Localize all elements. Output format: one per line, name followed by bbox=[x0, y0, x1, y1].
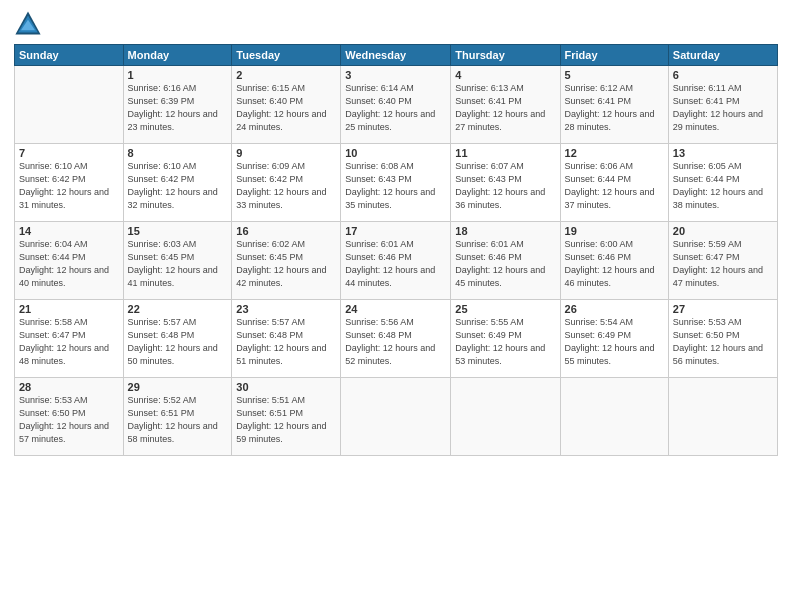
day-cell: 11Sunrise: 6:07 AM Sunset: 6:43 PM Dayli… bbox=[451, 144, 560, 222]
day-number: 15 bbox=[128, 225, 228, 237]
day-info: Sunrise: 5:55 AM Sunset: 6:49 PM Dayligh… bbox=[455, 316, 555, 368]
day-number: 23 bbox=[236, 303, 336, 315]
day-number: 4 bbox=[455, 69, 555, 81]
day-cell: 7Sunrise: 6:10 AM Sunset: 6:42 PM Daylig… bbox=[15, 144, 124, 222]
column-header-thursday: Thursday bbox=[451, 45, 560, 66]
column-header-sunday: Sunday bbox=[15, 45, 124, 66]
day-number: 2 bbox=[236, 69, 336, 81]
day-number: 20 bbox=[673, 225, 773, 237]
day-cell bbox=[15, 66, 124, 144]
week-row-2: 7Sunrise: 6:10 AM Sunset: 6:42 PM Daylig… bbox=[15, 144, 778, 222]
day-cell: 24Sunrise: 5:56 AM Sunset: 6:48 PM Dayli… bbox=[341, 300, 451, 378]
day-info: Sunrise: 6:04 AM Sunset: 6:44 PM Dayligh… bbox=[19, 238, 119, 290]
day-cell: 18Sunrise: 6:01 AM Sunset: 6:46 PM Dayli… bbox=[451, 222, 560, 300]
logo-icon bbox=[14, 10, 42, 38]
day-info: Sunrise: 6:03 AM Sunset: 6:45 PM Dayligh… bbox=[128, 238, 228, 290]
day-cell: 6Sunrise: 6:11 AM Sunset: 6:41 PM Daylig… bbox=[668, 66, 777, 144]
day-number: 16 bbox=[236, 225, 336, 237]
day-cell bbox=[668, 378, 777, 456]
day-info: Sunrise: 6:11 AM Sunset: 6:41 PM Dayligh… bbox=[673, 82, 773, 134]
day-number: 9 bbox=[236, 147, 336, 159]
day-info: Sunrise: 6:09 AM Sunset: 6:42 PM Dayligh… bbox=[236, 160, 336, 212]
day-number: 25 bbox=[455, 303, 555, 315]
day-cell: 29Sunrise: 5:52 AM Sunset: 6:51 PM Dayli… bbox=[123, 378, 232, 456]
calendar-header-row: SundayMondayTuesdayWednesdayThursdayFrid… bbox=[15, 45, 778, 66]
day-info: Sunrise: 6:01 AM Sunset: 6:46 PM Dayligh… bbox=[455, 238, 555, 290]
day-number: 3 bbox=[345, 69, 446, 81]
day-number: 6 bbox=[673, 69, 773, 81]
day-cell bbox=[451, 378, 560, 456]
day-cell: 15Sunrise: 6:03 AM Sunset: 6:45 PM Dayli… bbox=[123, 222, 232, 300]
day-cell: 17Sunrise: 6:01 AM Sunset: 6:46 PM Dayli… bbox=[341, 222, 451, 300]
day-cell: 20Sunrise: 5:59 AM Sunset: 6:47 PM Dayli… bbox=[668, 222, 777, 300]
day-info: Sunrise: 6:07 AM Sunset: 6:43 PM Dayligh… bbox=[455, 160, 555, 212]
column-header-monday: Monday bbox=[123, 45, 232, 66]
day-info: Sunrise: 6:16 AM Sunset: 6:39 PM Dayligh… bbox=[128, 82, 228, 134]
day-info: Sunrise: 5:51 AM Sunset: 6:51 PM Dayligh… bbox=[236, 394, 336, 446]
day-cell: 13Sunrise: 6:05 AM Sunset: 6:44 PM Dayli… bbox=[668, 144, 777, 222]
day-cell: 30Sunrise: 5:51 AM Sunset: 6:51 PM Dayli… bbox=[232, 378, 341, 456]
day-number: 27 bbox=[673, 303, 773, 315]
day-cell: 10Sunrise: 6:08 AM Sunset: 6:43 PM Dayli… bbox=[341, 144, 451, 222]
day-number: 29 bbox=[128, 381, 228, 393]
day-number: 8 bbox=[128, 147, 228, 159]
day-cell: 28Sunrise: 5:53 AM Sunset: 6:50 PM Dayli… bbox=[15, 378, 124, 456]
day-cell: 26Sunrise: 5:54 AM Sunset: 6:49 PM Dayli… bbox=[560, 300, 668, 378]
day-info: Sunrise: 5:59 AM Sunset: 6:47 PM Dayligh… bbox=[673, 238, 773, 290]
day-cell: 1Sunrise: 6:16 AM Sunset: 6:39 PM Daylig… bbox=[123, 66, 232, 144]
day-number: 26 bbox=[565, 303, 664, 315]
day-info: Sunrise: 6:15 AM Sunset: 6:40 PM Dayligh… bbox=[236, 82, 336, 134]
column-header-tuesday: Tuesday bbox=[232, 45, 341, 66]
day-info: Sunrise: 6:06 AM Sunset: 6:44 PM Dayligh… bbox=[565, 160, 664, 212]
day-info: Sunrise: 5:57 AM Sunset: 6:48 PM Dayligh… bbox=[128, 316, 228, 368]
day-cell: 5Sunrise: 6:12 AM Sunset: 6:41 PM Daylig… bbox=[560, 66, 668, 144]
day-cell: 19Sunrise: 6:00 AM Sunset: 6:46 PM Dayli… bbox=[560, 222, 668, 300]
week-row-4: 21Sunrise: 5:58 AM Sunset: 6:47 PM Dayli… bbox=[15, 300, 778, 378]
day-info: Sunrise: 6:05 AM Sunset: 6:44 PM Dayligh… bbox=[673, 160, 773, 212]
column-header-wednesday: Wednesday bbox=[341, 45, 451, 66]
day-info: Sunrise: 6:00 AM Sunset: 6:46 PM Dayligh… bbox=[565, 238, 664, 290]
day-number: 22 bbox=[128, 303, 228, 315]
day-cell: 21Sunrise: 5:58 AM Sunset: 6:47 PM Dayli… bbox=[15, 300, 124, 378]
day-number: 17 bbox=[345, 225, 446, 237]
day-number: 14 bbox=[19, 225, 119, 237]
day-number: 21 bbox=[19, 303, 119, 315]
day-info: Sunrise: 6:10 AM Sunset: 6:42 PM Dayligh… bbox=[128, 160, 228, 212]
logo bbox=[14, 10, 46, 38]
column-header-saturday: Saturday bbox=[668, 45, 777, 66]
day-number: 5 bbox=[565, 69, 664, 81]
day-cell: 22Sunrise: 5:57 AM Sunset: 6:48 PM Dayli… bbox=[123, 300, 232, 378]
day-cell: 8Sunrise: 6:10 AM Sunset: 6:42 PM Daylig… bbox=[123, 144, 232, 222]
week-row-1: 1Sunrise: 6:16 AM Sunset: 6:39 PM Daylig… bbox=[15, 66, 778, 144]
calendar-table: SundayMondayTuesdayWednesdayThursdayFrid… bbox=[14, 44, 778, 456]
day-info: Sunrise: 6:14 AM Sunset: 6:40 PM Dayligh… bbox=[345, 82, 446, 134]
day-cell bbox=[560, 378, 668, 456]
day-cell: 12Sunrise: 6:06 AM Sunset: 6:44 PM Dayli… bbox=[560, 144, 668, 222]
day-info: Sunrise: 6:12 AM Sunset: 6:41 PM Dayligh… bbox=[565, 82, 664, 134]
day-cell: 25Sunrise: 5:55 AM Sunset: 6:49 PM Dayli… bbox=[451, 300, 560, 378]
day-info: Sunrise: 6:01 AM Sunset: 6:46 PM Dayligh… bbox=[345, 238, 446, 290]
day-number: 13 bbox=[673, 147, 773, 159]
day-number: 10 bbox=[345, 147, 446, 159]
day-cell bbox=[341, 378, 451, 456]
day-number: 30 bbox=[236, 381, 336, 393]
day-info: Sunrise: 5:58 AM Sunset: 6:47 PM Dayligh… bbox=[19, 316, 119, 368]
day-number: 19 bbox=[565, 225, 664, 237]
day-cell: 9Sunrise: 6:09 AM Sunset: 6:42 PM Daylig… bbox=[232, 144, 341, 222]
day-info: Sunrise: 5:53 AM Sunset: 6:50 PM Dayligh… bbox=[673, 316, 773, 368]
day-number: 11 bbox=[455, 147, 555, 159]
day-number: 7 bbox=[19, 147, 119, 159]
day-info: Sunrise: 6:02 AM Sunset: 6:45 PM Dayligh… bbox=[236, 238, 336, 290]
day-cell: 4Sunrise: 6:13 AM Sunset: 6:41 PM Daylig… bbox=[451, 66, 560, 144]
day-number: 12 bbox=[565, 147, 664, 159]
day-cell: 16Sunrise: 6:02 AM Sunset: 6:45 PM Dayli… bbox=[232, 222, 341, 300]
day-info: Sunrise: 5:53 AM Sunset: 6:50 PM Dayligh… bbox=[19, 394, 119, 446]
header bbox=[14, 10, 778, 38]
day-cell: 23Sunrise: 5:57 AM Sunset: 6:48 PM Dayli… bbox=[232, 300, 341, 378]
day-info: Sunrise: 6:10 AM Sunset: 6:42 PM Dayligh… bbox=[19, 160, 119, 212]
day-info: Sunrise: 6:13 AM Sunset: 6:41 PM Dayligh… bbox=[455, 82, 555, 134]
day-cell: 27Sunrise: 5:53 AM Sunset: 6:50 PM Dayli… bbox=[668, 300, 777, 378]
day-cell: 2Sunrise: 6:15 AM Sunset: 6:40 PM Daylig… bbox=[232, 66, 341, 144]
week-row-5: 28Sunrise: 5:53 AM Sunset: 6:50 PM Dayli… bbox=[15, 378, 778, 456]
day-number: 18 bbox=[455, 225, 555, 237]
